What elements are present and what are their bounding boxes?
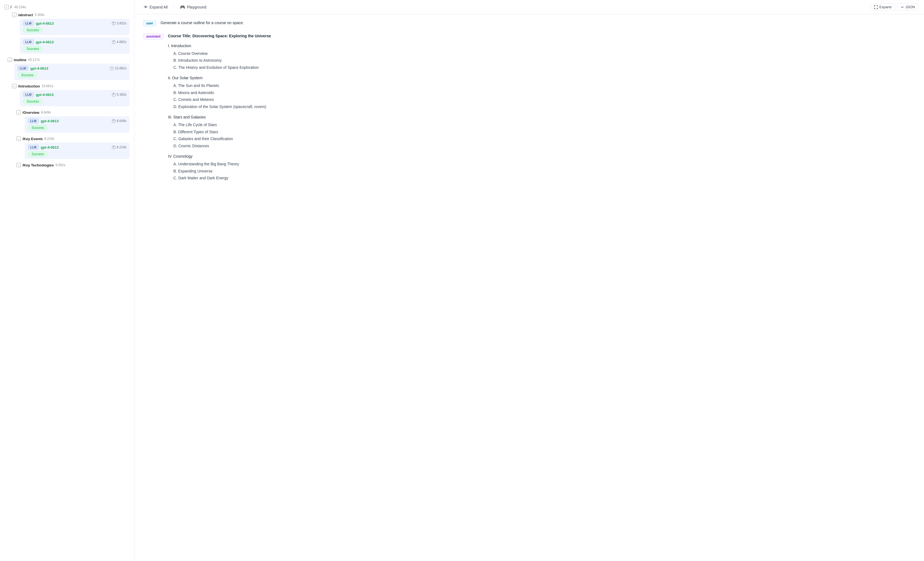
outline-item-3-c: C. Galaxies and their Classification xyxy=(168,136,915,142)
llm-time: 15.882s xyxy=(110,66,126,70)
expand-button[interactable]: Expand xyxy=(870,3,895,11)
chevron-down-icon xyxy=(901,6,904,9)
outline-section-2: II. Our Solar System A. The Sun and Its … xyxy=(168,75,915,110)
abstract-name: /abstract xyxy=(18,13,33,17)
abstract-llm-2: LLM gpt-4-0613 4.882s Success xyxy=(20,37,130,54)
outline-section-3: III. Stars and Galaxies A. The Life Cycl… xyxy=(168,114,915,150)
clock-icon xyxy=(112,93,116,97)
clock-icon xyxy=(110,67,114,70)
llm-time: 8.649s xyxy=(112,119,126,123)
clock-icon xyxy=(112,22,116,25)
llm-badge: LLM xyxy=(23,39,34,45)
introduction-llm-1: LLM gpt-4-0613 5.383s Success xyxy=(20,90,130,106)
outline-collapse-icon[interactable] xyxy=(8,58,12,62)
toolbar: 👁 Expand All 🎮 Playground Expand JSON xyxy=(134,0,924,14)
minus-icon xyxy=(18,137,20,141)
section-outline: /outline 45.117s LLM gpt-4-0613 15.882s … xyxy=(0,56,134,80)
minus-icon xyxy=(9,58,11,62)
expand-arrows-icon xyxy=(874,5,878,9)
outline-item-1-c: C. The History and Evolution of Space Ex… xyxy=(168,64,915,71)
playground-label: Playground xyxy=(187,5,206,9)
section-introduction: /Introduction 15.681s LLM gpt-4-0613 5.3… xyxy=(0,82,134,106)
root-slash: / xyxy=(10,5,12,9)
abstract-time: 5.304s xyxy=(34,13,45,17)
section-key-events: /Key Events 8.219s LLM gpt-4-0613 8.219s… xyxy=(0,135,134,159)
llm-model: gpt-4-0613 xyxy=(30,66,48,70)
outline-item-2-a: A. The Sun and Its Planets xyxy=(168,82,915,89)
outline-section-heading-3: III. Stars and Galaxies xyxy=(168,114,915,121)
root-item: / 49.154s xyxy=(0,3,134,11)
section-outline-header: /outline 45.117s xyxy=(0,56,134,64)
toolbar-separator xyxy=(174,4,174,10)
section-abstract: /abstract 5.304s LLM gpt-4-0613 3.932s S… xyxy=(0,11,134,54)
minus-icon xyxy=(6,5,8,9)
minus-icon xyxy=(18,163,20,167)
abstract-llm-1: LLM gpt-4-0613 3.932s Success xyxy=(20,19,130,35)
json-label: JSON xyxy=(905,5,915,9)
overview-collapse-icon[interactable] xyxy=(16,110,21,115)
minus-icon xyxy=(14,84,15,88)
playground-button[interactable]: 🎮 Playground xyxy=(176,3,210,11)
outline-item-3-d: D. Cosmic Distances xyxy=(168,143,915,150)
abstract-collapse-icon[interactable] xyxy=(12,13,16,17)
key-events-time: 8.219s xyxy=(45,137,54,141)
llm-time: 8.219s xyxy=(112,145,126,149)
success-badge: Success xyxy=(23,46,42,52)
outline-section-heading-2: II. Our Solar System xyxy=(168,75,915,81)
expand-all-button[interactable]: 👁 Expand All xyxy=(140,3,171,11)
user-message-text: Generate a course outline for a course o… xyxy=(160,21,244,25)
outline-section-heading-1: I. Introduction xyxy=(168,43,915,49)
course-title: Course Title: Discovering Space: Explori… xyxy=(168,33,915,39)
section-introduction-header: /Introduction 15.681s xyxy=(0,82,134,90)
section-overview-header: /Overview 8.649s xyxy=(0,109,134,116)
assistant-message-content: Course Title: Discovering Space: Explori… xyxy=(168,33,915,186)
toolbar-right: Expand JSON xyxy=(870,3,918,11)
eye-icon: 👁 xyxy=(144,4,148,9)
section-abstract-header: /abstract 5.304s xyxy=(0,11,134,19)
root-time: 49.154s xyxy=(14,5,26,9)
clock-icon xyxy=(112,119,116,123)
json-button[interactable]: JSON xyxy=(897,3,918,11)
llm-time: 4.882s xyxy=(112,40,126,44)
llm-time-value: 8.649s xyxy=(117,119,126,123)
left-panel: / 49.154s /abstract 5.304s LLM gpt-4-061… xyxy=(0,0,134,561)
introduction-time: 15.681s xyxy=(41,84,53,88)
outline-item-3-b: B. Different Types of Stars xyxy=(168,129,915,135)
llm-model: gpt-4-0613 xyxy=(36,40,54,44)
llm-time-value: 8.219s xyxy=(117,145,126,149)
success-badge: Success xyxy=(28,125,48,130)
outline-item-2-c: C. Comets and Meteors xyxy=(168,97,915,103)
llm-time: 5.383s xyxy=(112,93,126,97)
llm-time: 3.932s xyxy=(112,21,126,25)
root-collapse-icon[interactable] xyxy=(4,5,9,9)
section-key-events-header: /Key Events 8.219s xyxy=(0,135,134,142)
success-badge: Success xyxy=(23,99,42,104)
success-badge: Success xyxy=(28,151,48,157)
expand-label: Expand xyxy=(879,5,891,9)
llm-badge: LLM xyxy=(28,145,39,150)
llm-badge: LLM xyxy=(18,66,28,71)
llm-model: gpt-4-0613 xyxy=(41,145,59,150)
overview-llm-1: LLM gpt-4-0613 8.649s Success xyxy=(25,116,130,133)
clock-icon xyxy=(112,146,116,149)
section-key-technologies: /Key Technologies 9.052s xyxy=(0,161,134,169)
llm-time-value: 4.882s xyxy=(117,40,126,44)
outline-item-2-b: B. Moons and Asteroids xyxy=(168,90,915,96)
key-technologies-time: 9.052s xyxy=(56,163,65,167)
llm-time-value: 3.932s xyxy=(117,21,126,25)
introduction-collapse-icon[interactable] xyxy=(12,84,16,88)
expand-all-label: Expand All xyxy=(150,5,168,9)
llm-model: gpt-4-0613 xyxy=(41,119,59,123)
outline-name: /outline xyxy=(14,58,26,62)
user-role-badge: user xyxy=(143,20,156,26)
key-events-collapse-icon[interactable] xyxy=(16,136,21,141)
minus-icon xyxy=(18,111,20,115)
success-badge: Success xyxy=(23,27,42,33)
outline-section-heading-4: IV. Cosmology xyxy=(168,153,915,160)
success-badge: Success xyxy=(18,72,37,78)
assistant-message: assistant Course Title: Discovering Spac… xyxy=(143,33,915,186)
llm-badge: LLM xyxy=(23,92,34,97)
key-technologies-collapse-icon[interactable] xyxy=(16,163,21,167)
outline-time: 45.117s xyxy=(28,58,40,62)
overview-time: 8.649s xyxy=(41,111,51,114)
